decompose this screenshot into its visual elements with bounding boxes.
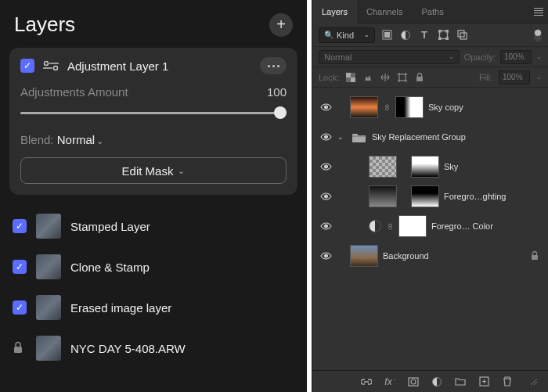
visibility-icon[interactable] — [319, 100, 333, 114]
lock-position-icon[interactable] — [380, 72, 391, 83]
fill-input[interactable] — [499, 70, 530, 85]
lock-bar: Lock: Fill: ⌄ — [312, 67, 548, 88]
svg-rect-16 — [351, 77, 355, 82]
fx-icon[interactable]: fx˅ — [384, 376, 396, 388]
layer-row[interactable]: ✓ Stamped Layer — [9, 206, 297, 246]
layer-name: Sky — [444, 162, 542, 171]
group-icon[interactable] — [454, 376, 467, 388]
filter-toggle[interactable] — [534, 29, 542, 41]
panel-menu-icon[interactable] — [529, 8, 548, 16]
svg-rect-11 — [446, 38, 449, 40]
layer-thumbnail — [36, 254, 61, 279]
visibility-icon[interactable] — [319, 130, 333, 144]
expand-icon[interactable]: ⌄ — [337, 133, 347, 141]
more-button[interactable] — [260, 57, 287, 74]
layer-row[interactable]: Foregro…ghting — [312, 182, 548, 211]
folder-icon — [352, 131, 367, 143]
lock-icon — [13, 341, 27, 355]
filter-type-icon[interactable]: T — [417, 28, 431, 42]
layer-name: Background — [383, 251, 526, 261]
adjustment-visibility-checkbox[interactable]: ✓ — [20, 59, 34, 73]
visibility-icon[interactable] — [319, 249, 333, 263]
layer-row[interactable]: 𝟾 Foregro… Color — [312, 211, 548, 241]
opacity-input[interactable] — [500, 50, 532, 64]
mask-icon[interactable] — [407, 376, 420, 388]
layer-name: Sky copy — [428, 102, 542, 112]
kind-select[interactable]: 🔍Kind⌄ — [319, 27, 375, 43]
visibility-icon[interactable] — [319, 160, 333, 174]
amount-slider[interactable] — [20, 106, 287, 119]
filter-adjustment-icon[interactable] — [398, 28, 413, 42]
layer-row[interactable]: 𝟾 Sky copy — [312, 92, 548, 122]
edit-mask-button[interactable]: Edit Mask⌄ — [20, 157, 287, 184]
adjustment-icon — [369, 220, 381, 232]
layer-thumbnail — [36, 214, 61, 239]
lock-artboard-icon[interactable] — [397, 72, 408, 83]
blend-mode-select[interactable]: Blend: Normal⌄ — [20, 133, 287, 146]
layer-thumbnail — [36, 336, 61, 361]
resize-icon[interactable] — [528, 376, 540, 388]
layer-checkbox[interactable]: ✓ — [13, 260, 27, 274]
panel-tabs: Layers Channels Paths — [312, 0, 548, 23]
visibility-icon[interactable] — [319, 219, 333, 233]
layer-name: Foregro…ghting — [444, 192, 542, 201]
left-panel: Layers + ✓ Adjustment Layer 1 Adjustment… — [0, 0, 307, 392]
amount-value: 100 — [267, 85, 287, 99]
layer-row[interactable]: NYC DAY 5-408.ARW — [9, 328, 297, 369]
tab-layers[interactable]: Layers — [312, 0, 357, 23]
svg-rect-18 — [416, 77, 423, 81]
filter-shape-icon[interactable] — [436, 28, 450, 42]
svg-point-27 — [411, 379, 416, 384]
link-icon: 𝟾 — [383, 102, 391, 113]
svg-rect-8 — [438, 30, 441, 32]
layer-name: Sky Replacement Group — [372, 132, 542, 142]
blend-options: Normal⌄ Opacity: ⌄ — [312, 47, 548, 67]
layer-list: 𝟾 Sky copy ⌄ Sky Replacement Group Sky F… — [312, 88, 548, 370]
link-icon: 𝟾 — [386, 221, 394, 232]
svg-point-19 — [324, 106, 327, 109]
adjustment-layer-name[interactable]: Adjustment Layer 1 — [67, 59, 252, 73]
svg-rect-4 — [14, 347, 22, 353]
lock-all-icon[interactable] — [414, 72, 425, 83]
delete-icon[interactable] — [501, 376, 514, 388]
layer-thumbnail — [369, 185, 397, 207]
layer-checkbox[interactable]: ✓ — [13, 300, 27, 315]
mask-thumbnail — [411, 156, 439, 178]
layer-name: Stamped Layer — [70, 220, 150, 233]
lock-transparency-icon[interactable] — [345, 72, 356, 83]
add-layer-button[interactable]: + — [269, 13, 293, 37]
layer-name: Erased image layer — [70, 301, 171, 315]
panel-title: Layers — [14, 13, 75, 37]
layer-thumbnail — [36, 295, 61, 320]
adjustment-layer-card: ✓ Adjustment Layer 1 Adjustments Amount … — [9, 48, 297, 195]
amount-label: Adjustments Amount — [20, 85, 128, 99]
adjustment-layer-icon[interactable] — [431, 376, 443, 388]
tab-paths[interactable]: Paths — [413, 0, 453, 23]
tab-channels[interactable]: Channels — [357, 0, 412, 23]
lock-label: Lock: — [319, 73, 339, 82]
layer-name: Clone & Stamp — [70, 261, 150, 274]
visibility-icon[interactable] — [319, 189, 333, 203]
svg-point-24 — [324, 254, 327, 257]
new-layer-icon[interactable] — [478, 376, 490, 388]
blend-mode-select[interactable]: Normal⌄ — [319, 50, 460, 64]
layer-row[interactable]: ✓ Erased image layer — [9, 287, 297, 328]
svg-rect-10 — [438, 38, 441, 40]
svg-rect-9 — [446, 30, 449, 32]
layer-thumbnail — [350, 96, 378, 118]
layer-checkbox[interactable]: ✓ — [13, 219, 27, 233]
filter-bar: 🔍Kind⌄ T — [312, 23, 548, 47]
layer-group-row[interactable]: ⌄ Sky Replacement Group — [312, 122, 548, 152]
lock-image-icon[interactable] — [362, 72, 373, 83]
layer-row[interactable]: ✓ Clone & Stamp — [9, 246, 297, 287]
svg-point-21 — [324, 165, 327, 168]
svg-point-2 — [54, 67, 58, 70]
svg-point-22 — [324, 195, 327, 198]
adjustment-icon — [42, 57, 59, 74]
layer-row[interactable]: Sky — [312, 152, 548, 182]
link-layers-icon[interactable] — [360, 376, 373, 388]
filter-pixel-icon[interactable] — [380, 28, 394, 42]
layer-row[interactable]: Background — [312, 241, 548, 271]
filter-smart-icon[interactable] — [455, 28, 469, 42]
layer-name: Foregro… Color — [431, 221, 542, 231]
